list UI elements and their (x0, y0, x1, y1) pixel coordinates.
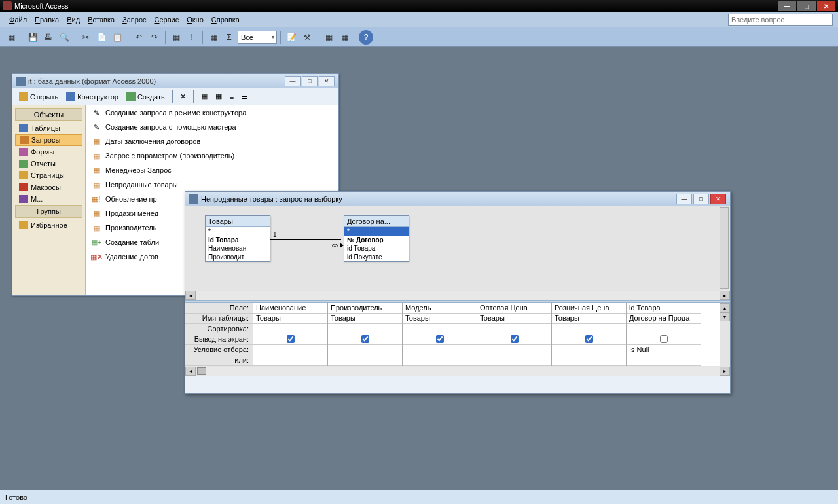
menu-query[interactable]: Запрос (118, 14, 150, 25)
grid-cell[interactable]: Наименование (253, 303, 327, 314)
grid-vscrollbar[interactable]: ▴ ▾ (720, 303, 730, 366)
print-preview-button[interactable]: 🔍 (57, 30, 71, 45)
ask-a-question-box[interactable] (728, 14, 833, 26)
scroll-thumb[interactable] (197, 367, 206, 375)
table-field[interactable]: id Товара (206, 236, 270, 244)
menu-file[interactable]: Файл (5, 14, 31, 25)
grid-cell[interactable]: Товары (552, 314, 626, 324)
small-icons-button[interactable]: ▦ (213, 91, 225, 102)
scroll-right-button[interactable]: ▸ (720, 367, 730, 376)
grid-cell[interactable] (552, 324, 626, 334)
grid-cell[interactable]: Товары (477, 314, 551, 324)
dbwin-maximize-button[interactable]: □ (302, 76, 318, 86)
show-checkbox[interactable] (287, 335, 295, 343)
list-item[interactable]: ▦Непроданные товары (86, 177, 338, 192)
grid-cell[interactable]: Товары (328, 314, 402, 324)
qwin-close-button[interactable]: ✕ (710, 194, 726, 204)
new-object-button[interactable]: ▦ (337, 30, 352, 45)
sidebar-item-forms[interactable]: Формы (12, 146, 85, 158)
menu-view[interactable]: Вид (63, 14, 84, 25)
table-box-dogovor[interactable]: Договор на... * № Договор id Товара id П… (344, 215, 409, 262)
scroll-left-button[interactable]: ◂ (185, 367, 196, 376)
grid-cell[interactable]: Розничная Цена (552, 303, 626, 314)
menu-edit[interactable]: Правка (31, 14, 63, 25)
grid-cell[interactable] (328, 334, 402, 345)
help-button[interactable]: ? (359, 30, 373, 45)
table-field[interactable]: * (344, 227, 409, 236)
dbwin-minimize-button[interactable]: — (285, 76, 301, 86)
scroll-right-button[interactable]: ▸ (720, 291, 730, 300)
query-grid[interactable]: Поле: Имя таблицы: Сортировка: Вывод на … (185, 303, 730, 366)
delete-button[interactable]: ✕ (177, 91, 189, 102)
grid-cell[interactable]: Товары (403, 314, 477, 324)
table-field[interactable]: № Договор (344, 236, 409, 244)
query-type-button[interactable]: ▦ (169, 30, 183, 45)
table-header[interactable]: Товары (206, 216, 270, 227)
list-item[interactable]: ✎Создание запроса в режиме конструктора (86, 105, 338, 120)
paste-button[interactable]: 📋 (110, 30, 124, 45)
scroll-up-button[interactable]: ▴ (720, 303, 730, 312)
objects-group-header[interactable]: Объекты (15, 108, 82, 121)
dbwin-titlebar[interactable]: it : база данных (формат Access 2000) — … (12, 74, 338, 88)
grid-cell[interactable] (627, 355, 701, 366)
save-button[interactable]: 💾 (26, 30, 40, 45)
print-button[interactable]: 🖶 (41, 30, 56, 45)
large-icons-button[interactable]: ▦ (198, 91, 210, 102)
table-field[interactable]: Наименован (206, 244, 270, 253)
database-window-button[interactable]: ▦ (321, 30, 336, 45)
grid-column[interactable]: id ТовараДоговор на ПродаIs Null (627, 303, 701, 366)
table-field[interactable]: id Покупате (344, 253, 409, 261)
show-checkbox[interactable] (511, 335, 519, 343)
show-checkbox[interactable] (361, 335, 369, 343)
top-values-combo[interactable]: Все (238, 31, 277, 44)
groups-group-header[interactable]: Группы (15, 205, 82, 218)
grid-cell[interactable] (477, 355, 551, 366)
qwin-minimize-button[interactable]: — (676, 194, 692, 204)
scroll-down-button[interactable]: ▾ (720, 312, 730, 321)
list-item[interactable]: ▦Менеджеры Запрос (86, 163, 338, 177)
ask-input[interactable] (728, 14, 833, 26)
grid-cell[interactable] (253, 345, 327, 355)
grid-column[interactable]: МодельТовары (403, 303, 477, 366)
close-button[interactable]: ✕ (817, 1, 835, 11)
grid-cell[interactable]: Договор на Прода (627, 314, 701, 324)
open-button[interactable]: Открыть (16, 91, 61, 103)
menu-insert[interactable]: Вставка (84, 14, 118, 25)
menu-tools[interactable]: Сервис (151, 14, 183, 25)
grid-column[interactable]: ПроизводительТовары (328, 303, 403, 366)
list-view-button[interactable]: ≡ (227, 92, 236, 102)
grid-cell[interactable] (328, 355, 402, 366)
show-table-button[interactable]: ▦ (206, 30, 221, 45)
view-button[interactable]: ▦ (4, 30, 18, 45)
menu-window[interactable]: Окно (183, 14, 208, 25)
grid-cell[interactable] (627, 324, 701, 334)
grid-column[interactable]: Розничная ЦенаТовары (552, 303, 627, 366)
grid-cell[interactable] (552, 345, 626, 355)
grid-cell[interactable] (253, 355, 327, 366)
grid-cell[interactable]: Товары (253, 314, 327, 324)
list-item[interactable]: ▦Даты заключения договоров (86, 134, 338, 149)
grid-cell[interactable] (403, 334, 477, 345)
grid-cell[interactable]: Производитель (328, 303, 402, 314)
maximize-button[interactable]: □ (797, 1, 816, 11)
undo-button[interactable]: ↶ (132, 30, 146, 45)
build-button[interactable]: ⚒ (300, 30, 314, 45)
table-field[interactable]: Производит (206, 253, 270, 261)
table-field[interactable]: id Товара (344, 244, 409, 253)
table-header[interactable]: Договор на... (344, 216, 409, 227)
table-field[interactable]: * (206, 227, 270, 236)
list-item[interactable]: ▦Запрос с параметром (производитель) (86, 149, 338, 163)
redo-button[interactable]: ↷ (147, 30, 162, 45)
design-button[interactable]: Конструктор (64, 91, 121, 103)
grid-column[interactable]: НаименованиеТовары (253, 303, 328, 366)
grid-cell[interactable]: Модель (403, 303, 477, 314)
relationship-diagram[interactable]: Товары * id Товара Наименован Производит… (185, 206, 730, 290)
grid-column[interactable]: Оптовая ЦенаТовары (477, 303, 552, 366)
sidebar-item-modules[interactable]: М... (12, 193, 85, 205)
grid-cell[interactable] (552, 355, 626, 366)
grid-cell[interactable] (403, 324, 477, 334)
grid-cell[interactable] (253, 334, 327, 345)
copy-button[interactable]: 📄 (94, 30, 109, 45)
dbwin-close-button[interactable]: ✕ (319, 76, 335, 86)
show-checkbox[interactable] (436, 335, 444, 343)
